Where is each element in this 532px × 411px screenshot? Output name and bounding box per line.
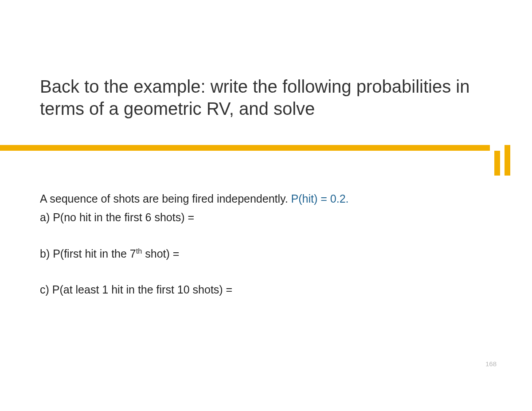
intro-text: A sequence of shots are being fired inde… <box>40 192 291 205</box>
slide-title: Back to the example: write the following… <box>40 75 497 120</box>
question-b-prefix: b) P(first hit in the 7 <box>40 247 136 260</box>
question-b: b) P(first hit in the 7th shot) = <box>40 246 497 262</box>
phit-value: P(hit) = 0.2. <box>291 192 349 205</box>
divider-bar <box>0 145 490 151</box>
question-a: a) P(no hit in the first 6 shots) = <box>40 209 497 225</box>
question-c: c) P(at least 1 hit in the first 10 shot… <box>40 282 497 297</box>
question-b-suffix: shot) = <box>142 247 179 260</box>
body-content: A sequence of shots are being fired inde… <box>40 191 497 317</box>
accent-bar-2 <box>505 145 510 176</box>
accent-bar-1 <box>494 151 500 176</box>
question-b-sup: th <box>136 247 142 254</box>
intro-line: A sequence of shots are being fired inde… <box>40 191 497 207</box>
page-number: 168 <box>485 360 497 368</box>
